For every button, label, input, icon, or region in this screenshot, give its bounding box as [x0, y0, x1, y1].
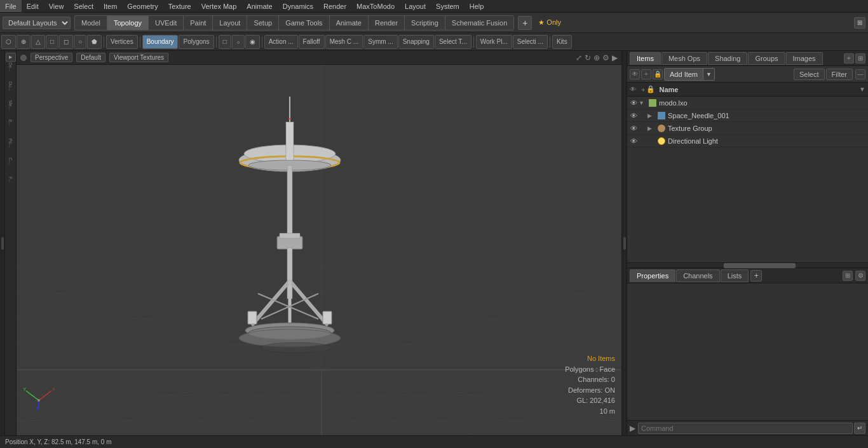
menu-select[interactable]: Select — [69, 0, 98, 12]
tree-item-texture-group[interactable]: 👁 ▶ Texture Group — [627, 122, 868, 135]
items-minus-button[interactable]: — — [855, 69, 865, 79]
menu-item[interactable]: Item — [98, 0, 122, 12]
left-tool-label-c[interactable]: C... — [8, 158, 13, 177]
tab-model[interactable]: Model — [74, 15, 107, 31]
viewport[interactable]: Perspective Default Viewport Textures ⤢ … — [17, 51, 621, 435]
symm-button[interactable]: Symm ... — [363, 35, 397, 49]
boundary-button[interactable]: Boundary — [142, 35, 179, 49]
tree-eye-2[interactable]: 👁 — [628, 109, 639, 121]
viewport-icon-fit[interactable]: ⤢ — [576, 53, 582, 62]
tree-item-space-needle[interactable]: 👁 ▶ Space_Needle_001 — [627, 109, 868, 122]
add-workspace-button[interactable]: + — [518, 16, 532, 30]
prop-expand-button[interactable]: ⊞ — [843, 271, 853, 281]
add-item-button[interactable]: Add Item ▼ — [664, 68, 715, 81]
tool-select-icon[interactable]: ⬡ — [1, 35, 16, 49]
action-button[interactable]: Action ... — [264, 35, 298, 49]
tree-eye-4[interactable]: 👁 — [628, 135, 639, 147]
tab-layout[interactable]: Layout — [212, 15, 247, 31]
prop-settings-button[interactable]: ⚙ — [855, 271, 865, 281]
viewport-icon-rotate[interactable]: ↻ — [585, 53, 591, 62]
tab-uvedit[interactable]: UVEdit — [148, 15, 183, 31]
items-visible-button[interactable]: 👁 — [630, 69, 640, 79]
items-filter-button[interactable]: Filter — [826, 69, 853, 80]
tree-eye-1[interactable]: 👁 — [628, 97, 639, 109]
polygons-button[interactable]: Polygons — [179, 35, 214, 49]
selecti-button[interactable]: Selecti ... — [513, 35, 548, 49]
left-tool-label-me[interactable]: Me... — [8, 100, 13, 119]
tree-item-modo-lxo[interactable]: 👁 ▼ modo.lxo — [627, 97, 868, 109]
items-expand-button[interactable]: + — [844, 53, 854, 64]
items-add-button[interactable]: + — [641, 69, 651, 79]
vertices-button[interactable]: Vertices — [106, 35, 138, 49]
viewport-3d[interactable]: X Y Z No Items Polygons : Face Channels:… — [17, 65, 621, 435]
viewport-icon-zoom[interactable]: ⊕ — [593, 53, 600, 62]
falloff-button[interactable]: Falloff — [299, 35, 325, 49]
kits-button[interactable]: Kits — [552, 35, 572, 49]
viewport-icon-play[interactable]: ▶ — [612, 53, 618, 62]
tab-scripting[interactable]: Scripting — [404, 15, 445, 31]
menu-texture[interactable]: Texture — [163, 0, 196, 12]
tab-render[interactable]: Render — [368, 15, 404, 31]
menu-animate[interactable]: Animate — [241, 0, 277, 12]
tool-move-icon[interactable]: ⊕ — [17, 35, 31, 49]
list-header-sort-icon[interactable]: ▼ — [859, 86, 865, 93]
items-lock-button[interactable]: 🔒 — [653, 69, 663, 79]
menu-vertex-map[interactable]: Vertex Map — [196, 0, 242, 12]
viewport-default-label[interactable]: Default — [76, 53, 105, 62]
left-tool-label-e[interactable]: E... — [8, 119, 13, 139]
tab-topology[interactable]: Topology — [107, 15, 148, 31]
list-header-lock-icon[interactable]: 🔒 — [646, 85, 655, 93]
tool-scale-icon[interactable]: □ — [46, 35, 58, 49]
tree-arrow-1[interactable]: ▼ — [639, 100, 646, 106]
tool-paint-icon[interactable]: ◉ — [245, 35, 260, 49]
menu-system[interactable]: System — [431, 0, 465, 12]
tool-circle-icon[interactable]: ○ — [74, 35, 86, 49]
items-settings-button[interactable]: ⊞ — [855, 53, 865, 64]
items-select-button[interactable]: Select — [794, 69, 825, 80]
right-panel-collapse[interactable] — [621, 51, 627, 435]
left-tool-1[interactable]: ▶ — [6, 53, 16, 62]
tab-images[interactable]: Images — [786, 52, 823, 65]
left-tool-label-du[interactable]: Du... — [8, 81, 13, 100]
viewport-textures-label[interactable]: Viewport Textures — [109, 53, 168, 62]
menu-maxtomodo[interactable]: MaxToModo — [351, 0, 400, 12]
menu-edit[interactable]: Edit — [22, 0, 44, 12]
tab-lists[interactable]: Lists — [721, 269, 749, 282]
tool-transform-icon[interactable]: ◻ — [59, 35, 73, 49]
menu-render[interactable]: Render — [318, 0, 351, 12]
tool-lasso-icon[interactable]: ⬦ — [232, 35, 245, 49]
viewport-dot[interactable] — [20, 55, 27, 61]
viewport-perspective-label[interactable]: Perspective — [31, 53, 72, 62]
properties-plus-button[interactable]: + — [750, 270, 762, 282]
tree-arrow-2[interactable]: ▶ — [648, 112, 655, 119]
work-plane-button[interactable]: Work Pl... — [476, 35, 512, 49]
tab-shading[interactable]: Shading — [708, 52, 747, 65]
menu-help[interactable]: Help — [465, 0, 489, 12]
list-header-add-icon[interactable]: + — [641, 86, 645, 93]
tab-gametools[interactable]: Game Tools — [278, 15, 329, 31]
menu-view[interactable]: View — [44, 0, 69, 12]
left-panel-collapse[interactable] — [0, 51, 5, 435]
viewport-icon-settings[interactable]: ⚙ — [602, 53, 609, 62]
tab-animate[interactable]: Animate — [329, 15, 368, 31]
left-tool-label-po[interactable]: Po... — [8, 139, 13, 158]
menu-layout[interactable]: Layout — [400, 0, 431, 12]
expand-button[interactable]: ⊞ — [854, 17, 865, 29]
tab-channels[interactable]: Channels — [676, 269, 719, 282]
tab-schematic-fusion[interactable]: Schematic Fusion — [445, 15, 514, 31]
tree-item-directional-light[interactable]: 👁 Directional Light — [627, 135, 868, 147]
layout-select[interactable]: Default Layouts — [3, 17, 71, 29]
command-input[interactable] — [638, 423, 853, 434]
tree-arrow-3[interactable]: ▶ — [648, 125, 655, 132]
menu-dynamics[interactable]: Dynamics — [278, 0, 318, 12]
select-t-button[interactable]: Select T... — [435, 35, 471, 49]
tab-groups[interactable]: Groups — [748, 52, 785, 65]
tab-mesh-ops[interactable]: Mesh Ops — [661, 52, 707, 65]
cmd-enter-button[interactable]: ↵ — [854, 423, 865, 434]
tree-eye-3[interactable]: 👁 — [628, 122, 639, 134]
cmd-arrow-icon[interactable]: ▶ — [630, 424, 635, 433]
menu-geometry[interactable]: Geometry — [122, 0, 163, 12]
tool-polygon-icon[interactable]: ⬟ — [87, 35, 102, 49]
menu-file[interactable]: File — [0, 0, 22, 12]
tool-box-icon[interactable]: □ — [219, 35, 231, 49]
